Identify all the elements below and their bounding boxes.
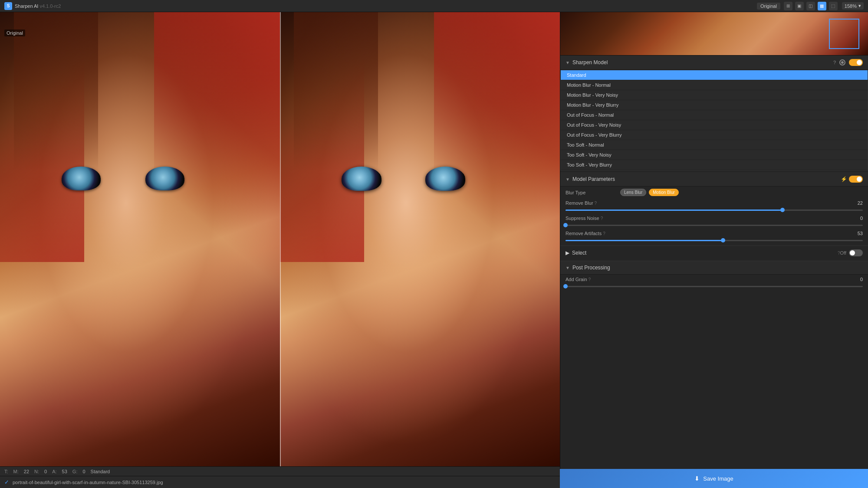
remove-artifacts-row: Remove Artifacts ? 53 [560, 229, 868, 238]
zoom-control[interactable]: 158% ▾ [842, 2, 864, 10]
suppress-noise-label: Suppress Noise ? [566, 216, 618, 221]
original-button[interactable]: Original [757, 3, 780, 10]
sharpen-model-toggle[interactable] [849, 59, 863, 66]
post-processing-title: Post Processing [572, 265, 863, 271]
zoom-down-icon[interactable]: ▾ [858, 3, 861, 9]
status-model: Standard [91, 469, 110, 474]
right-panel: ▼ Sharpen Model ? Standard Motion Blur -… [560, 0, 868, 488]
model-item-out-of-focus-very-blurry[interactable]: Out of Focus - Very Blurry [561, 130, 868, 140]
select-toggle[interactable] [849, 249, 863, 256]
status-g-value: 0 [82, 469, 85, 474]
blur-type-label: Blur Type [566, 190, 618, 195]
topbar: S Sharpen AI v4.1.0-rc2 Original ⊞ ▣ ◫ ▦… [0, 0, 868, 12]
app-title: Sharpen AI [15, 3, 38, 9]
status-a-label: A: [52, 469, 56, 474]
image-right-half [280, 12, 560, 466]
select-status: Off [840, 250, 846, 255]
remove-artifacts-label: Remove Artifacts ? [566, 231, 618, 236]
app-icon: S [4, 2, 12, 10]
main-image-area: Original [0, 12, 560, 466]
add-grain-value: 0 [852, 277, 863, 282]
select-caret: ▶ [566, 250, 569, 256]
model-item-motion-blur-very-blurry[interactable]: Motion Blur - Very Blurry [561, 100, 868, 110]
remove-blur-label: Remove Blur ? [566, 200, 618, 206]
sharpen-model-radio [839, 59, 845, 66]
suppress-noise-slider[interactable] [560, 223, 868, 229]
settings-panel: ▼ Sharpen Model ? Standard Motion Blur -… [560, 56, 868, 469]
post-processing-caret: ▼ [566, 265, 570, 270]
save-icon: ⬇ [694, 475, 700, 482]
model-list: Standard Motion Blur - Normal Motion Blu… [560, 70, 868, 170]
model-item-motion-blur-normal[interactable]: Motion Blur - Normal [561, 80, 868, 90]
model-item-out-of-focus-normal[interactable]: Out of Focus - Normal [561, 110, 868, 120]
sharpen-model-title: Sharpen Model [572, 59, 832, 66]
image-status-bar: T: M: 22 N: 0 A: 53 G: 0 Standard [0, 466, 560, 476]
model-item-motion-blur-very-noisy[interactable]: Motion Blur - Very Noisy [561, 90, 868, 100]
status-m-value: 22 [24, 469, 29, 474]
remove-artifacts-slider[interactable] [560, 238, 868, 244]
save-image-button[interactable]: ⬇ Save Image [560, 469, 868, 488]
remove-blur-slider[interactable] [560, 208, 868, 213]
sharpen-model-caret: ▼ [566, 60, 570, 65]
status-a-value: 53 [62, 469, 67, 474]
grid-icon-1[interactable]: ⊞ [784, 2, 792, 10]
status-n-label: N: [34, 469, 39, 474]
thumbnail-selector[interactable] [829, 19, 859, 49]
add-grain-slider[interactable] [560, 284, 868, 290]
add-grain-help-icon[interactable]: ? [589, 277, 591, 282]
remove-blur-row: Remove Blur ? 22 [560, 198, 868, 208]
thumbnail-area [560, 12, 868, 56]
app-version: v4.1.0-rc2 [39, 3, 61, 9]
post-processing-header[interactable]: ▼ Post Processing [560, 261, 868, 275]
status-m-label: M: [13, 469, 19, 474]
grid-icon-2[interactable]: ▣ [795, 2, 804, 10]
suppress-noise-row: Suppress Noise ? 0 [560, 213, 868, 223]
sharpen-model-help-icon[interactable]: ? [833, 60, 836, 65]
statusbar-icon: ✓ [4, 479, 9, 485]
remove-blur-value: 22 [852, 200, 863, 206]
grid-icon-4[interactable]: ▦ [818, 2, 826, 10]
remove-artifacts-value: 53 [852, 231, 863, 236]
add-grain-label: Add Grain ? [566, 277, 618, 282]
save-label: Save Image [703, 475, 733, 482]
status-t-label: T: [4, 469, 8, 474]
select-label: Select [572, 250, 836, 256]
status-n-value: 0 [44, 469, 47, 474]
model-params-caret: ▼ [566, 177, 570, 182]
zoom-level: 158% [845, 3, 857, 9]
grid-icon-3[interactable]: ◫ [806, 2, 815, 10]
lens-blur-pill[interactable]: Lens Blur [620, 189, 646, 196]
model-item-standard[interactable]: Standard [561, 70, 868, 80]
split-divider [280, 12, 281, 466]
model-item-too-soft-normal[interactable]: Too Soft - Normal [561, 140, 868, 150]
status-g-label: G: [72, 469, 78, 474]
view-icons: ⊞ ▣ ◫ ▦ ⬚ [784, 2, 838, 10]
original-image-label: Original [4, 29, 25, 36]
model-item-out-of-focus-very-noisy[interactable]: Out of Focus - Very Noisy [561, 120, 868, 130]
motion-blur-pill[interactable]: Motion Blur [649, 189, 679, 196]
remove-artifacts-help-icon[interactable]: ? [603, 231, 605, 236]
model-params-header[interactable]: ▼ Model Parameters ⚡ [560, 172, 868, 187]
model-params-toggle[interactable] [849, 176, 863, 183]
model-params-title: Model Parameters [572, 176, 841, 182]
model-item-too-soft-very-noisy[interactable]: Too Soft - Very Noisy [561, 150, 868, 160]
remove-blur-help-icon[interactable]: ? [595, 201, 597, 206]
lightning-icon: ⚡ [841, 176, 847, 182]
suppress-noise-value: 0 [852, 216, 863, 221]
add-grain-row: Add Grain ? 0 [560, 275, 868, 284]
suppress-noise-help-icon[interactable]: ? [601, 216, 603, 221]
sharpen-model-header[interactable]: ▼ Sharpen Model ? [560, 56, 868, 70]
grid-icon-5[interactable]: ⬚ [829, 2, 838, 10]
select-row: ▶ Select ? Off [560, 246, 868, 260]
model-item-too-soft-very-blurry[interactable]: Too Soft - Very Blurry [561, 160, 868, 170]
blur-type-row: Blur Type Lens Blur Motion Blur [560, 187, 868, 198]
image-left-half [0, 12, 280, 466]
